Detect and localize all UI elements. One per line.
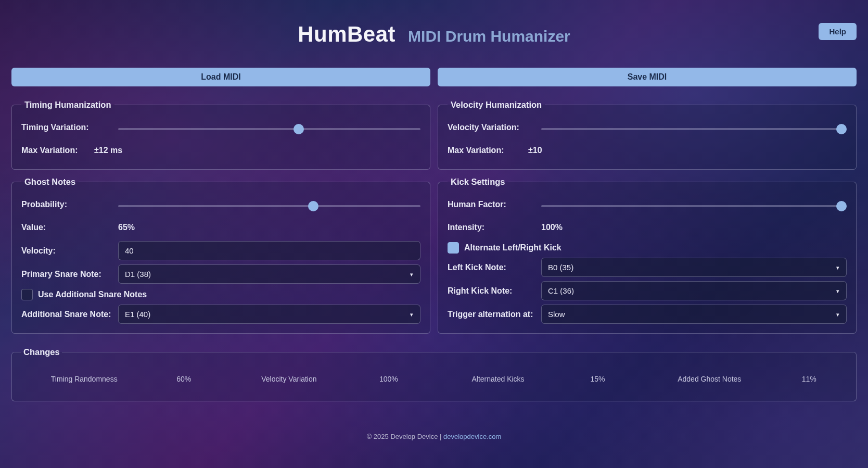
stat-timing: Timing Randomness 60% [21, 375, 221, 383]
ghost-probability-label: Probability: [21, 200, 113, 209]
ghost-primary-select[interactable]: D1 (38) [118, 264, 420, 284]
ghost-probability-slider[interactable] [118, 205, 420, 207]
ghost-legend: Ghost Notes [21, 177, 79, 187]
kick-left-select[interactable]: B0 (35) [541, 258, 847, 277]
ghost-use-additional-label[interactable]: Use Additional Snare Notes [38, 290, 147, 299]
kick-alternate-checkbox[interactable] [448, 242, 459, 254]
kick-trigger-label: Trigger alternation at: [448, 310, 536, 319]
kick-intensity-value: 100% [541, 223, 563, 232]
velocity-variation-slider[interactable] [541, 128, 847, 130]
timing-max-label: Max Variation: [21, 146, 89, 155]
velocity-panel: Velocity Humanization Velocity Variation… [438, 100, 857, 170]
app-title: HumBeat [298, 22, 395, 47]
velocity-legend: Velocity Humanization [448, 100, 545, 110]
stat-ghost: Added Ghost Notes 11% [647, 375, 847, 383]
stat-label: Alternated Kicks [471, 375, 524, 383]
kick-trigger-select[interactable]: Slow [541, 305, 847, 324]
ghost-value-label: Value: [21, 223, 113, 232]
kick-left-label: Left Kick Note: [448, 263, 536, 272]
ghost-velocity-label: Velocity: [21, 246, 113, 256]
stat-value: 100% [379, 375, 398, 383]
stat-label: Added Ghost Notes [678, 375, 741, 383]
load-midi-button[interactable]: Load MIDI [11, 68, 430, 86]
footer-link[interactable]: developdevice.com [443, 433, 501, 440]
kick-right-label: Right Kick Note: [448, 286, 536, 296]
changes-panel: Changes Timing Randomness 60% Velocity V… [11, 347, 857, 401]
kick-right-select[interactable]: C1 (36) [541, 281, 847, 300]
stat-value: 15% [591, 375, 605, 383]
ghost-primary-label: Primary Snare Note: [21, 270, 113, 279]
kick-intensity-label: Intensity: [448, 223, 536, 232]
header: HumBeat MIDI Drum Humanizer Help [11, 11, 857, 47]
ghost-additional-select[interactable]: E1 (40) [118, 305, 420, 324]
ghost-use-additional-checkbox[interactable] [21, 289, 33, 300]
timing-panel: Timing Humanization Timing Variation: Ma… [11, 100, 430, 170]
help-button[interactable]: Help [819, 23, 857, 40]
timing-variation-slider[interactable] [118, 128, 420, 130]
velocity-variation-label: Velocity Variation: [448, 123, 536, 132]
save-midi-button[interactable]: Save MIDI [438, 68, 857, 86]
kick-panel: Kick Settings Human Factor: Intensity: 1… [438, 177, 857, 334]
velocity-max-label: Max Variation: [448, 146, 523, 155]
timing-max-value: ±12 ms [94, 146, 122, 155]
stat-kicks: Alternated Kicks 15% [439, 375, 638, 383]
app-subtitle: MIDI Drum Humanizer [408, 28, 570, 45]
timing-variation-label: Timing Variation: [21, 123, 113, 132]
footer-copyright: © 2025 Develop Device | [367, 433, 443, 440]
changes-legend: Changes [21, 347, 62, 357]
ghost-velocity-input[interactable] [118, 241, 420, 260]
kick-alternate-label[interactable]: Alternate Left/Right Kick [464, 243, 561, 252]
kick-human-label: Human Factor: [448, 200, 536, 209]
ghost-panel: Ghost Notes Probability: Value: 65% Velo… [11, 177, 430, 334]
footer: © 2025 Develop Device | developdevice.co… [11, 433, 857, 440]
ghost-value-value: 65% [118, 223, 135, 232]
ghost-additional-label: Additional Snare Note: [21, 310, 113, 319]
timing-legend: Timing Humanization [21, 100, 114, 110]
stat-velocity: Velocity Variation 100% [230, 375, 429, 383]
stat-label: Timing Randomness [51, 375, 118, 383]
stat-value: 11% [802, 375, 816, 383]
stat-label: Velocity Variation [261, 375, 316, 383]
kick-legend: Kick Settings [448, 177, 508, 187]
velocity-max-value: ±10 [528, 146, 542, 155]
stat-value: 60% [176, 375, 191, 383]
kick-human-slider[interactable] [541, 205, 847, 207]
